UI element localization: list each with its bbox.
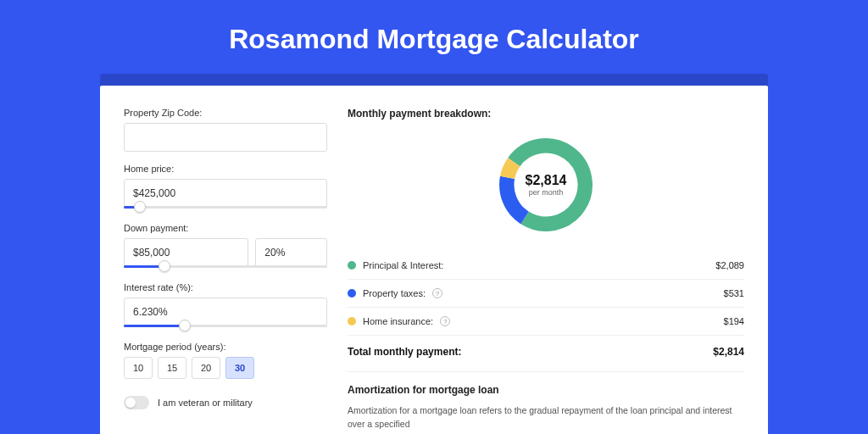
- rate-slider[interactable]: [124, 325, 327, 330]
- total-label: Total monthly payment:: [348, 346, 461, 358]
- page-title: Rosamond Mortgage Calculator: [0, 24, 868, 55]
- legend-value: $194: [724, 316, 744, 326]
- zip-input[interactable]: [124, 123, 327, 152]
- yellow-dot-icon: [348, 317, 356, 326]
- period-buttons: 10152030: [124, 357, 327, 379]
- legend-label: Property taxes:: [363, 288, 426, 298]
- blue-dot-icon: [348, 289, 356, 298]
- green-dot-icon: [348, 261, 356, 270]
- breakdown-title: Monthly payment breakdown:: [348, 108, 744, 120]
- down-slider[interactable]: [124, 265, 327, 270]
- down-label: Down payment:: [124, 223, 327, 233]
- period-btn-10[interactable]: 10: [124, 357, 153, 379]
- veteran-label: I am veteran or military: [158, 398, 253, 408]
- price-slider[interactable]: [124, 206, 327, 211]
- down-amount-input[interactable]: [124, 238, 248, 267]
- donut-center: $2,814 per month: [526, 173, 567, 197]
- period-field-group: Mortgage period (years): 10152030: [124, 342, 327, 379]
- breakdown-column: Monthly payment breakdown: $2,814 per mo…: [348, 108, 744, 431]
- amortization-text: Amortization for a mortgage loan refers …: [348, 404, 744, 431]
- info-icon[interactable]: ?: [440, 316, 450, 326]
- legend-value: $2,089: [715, 260, 744, 270]
- donut-amount: $2,814: [526, 173, 567, 188]
- legend-row: Principal & Interest:$2,089: [348, 252, 744, 279]
- period-label: Mortgage period (years):: [124, 342, 327, 352]
- zip-label: Property Zip Code:: [124, 108, 327, 118]
- rate-input[interactable]: [124, 298, 327, 326]
- donut-wrap: $2,814 per month: [348, 133, 744, 236]
- legend: Principal & Interest:$2,089Property taxe…: [348, 252, 744, 335]
- donut-chart: $2,814 per month: [494, 133, 598, 236]
- calculator-card: Property Zip Code: Home price: Down paym…: [100, 86, 768, 434]
- legend-label: Principal & Interest:: [363, 260, 443, 270]
- info-icon[interactable]: ?: [432, 288, 442, 298]
- legend-value: $531: [724, 288, 744, 298]
- price-field-group: Home price:: [124, 164, 327, 211]
- veteran-row: I am veteran or military: [124, 396, 327, 409]
- down-field-group: Down payment:: [124, 223, 327, 270]
- donut-sub: per month: [526, 188, 567, 197]
- form-column: Property Zip Code: Home price: Down paym…: [124, 108, 327, 431]
- down-percent-input[interactable]: [255, 238, 327, 267]
- rate-label: Interest rate (%):: [124, 282, 327, 292]
- amortization-title: Amortization for mortgage loan: [348, 371, 744, 396]
- price-label: Home price:: [124, 164, 327, 174]
- rate-field-group: Interest rate (%):: [124, 282, 327, 330]
- period-btn-30[interactable]: 30: [225, 357, 254, 379]
- period-btn-20[interactable]: 20: [192, 357, 220, 379]
- period-btn-15[interactable]: 15: [158, 357, 186, 379]
- legend-row: Property taxes:?$531: [348, 279, 744, 307]
- legend-label: Home insurance:: [363, 316, 433, 326]
- toggle-knob: [125, 398, 136, 408]
- veteran-toggle[interactable]: [124, 396, 149, 409]
- legend-row: Home insurance:?$194: [348, 307, 744, 335]
- total-value: $2,814: [713, 346, 744, 358]
- total-row: Total monthly payment: $2,814: [348, 335, 744, 371]
- price-input[interactable]: [124, 179, 327, 208]
- zip-field-group: Property Zip Code:: [124, 108, 327, 152]
